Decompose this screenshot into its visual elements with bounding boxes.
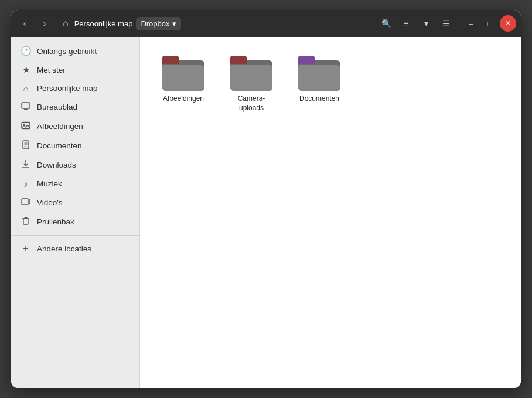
home-sidebar-icon: ⌂ (21, 83, 31, 93)
forward-icon: › (43, 19, 46, 28)
star-icon: ★ (21, 64, 31, 75)
folder-icon-documenten (298, 56, 340, 91)
minimize-icon: – (469, 19, 473, 28)
sidebar-item-images[interactable]: Afbeeldingen (11, 117, 139, 136)
videos-icon (21, 197, 31, 208)
downloads-icon (21, 159, 31, 171)
sidebar-label-desktop: Bureaublad (37, 103, 77, 111)
sidebar-item-recent[interactable]: 🕐 Onlangs gebruikt (11, 42, 139, 60)
folder-label-afbeeldingen: Afbeeldingen (163, 94, 204, 104)
home-icon: ⌂ (63, 18, 69, 29)
maximize-icon: □ (487, 19, 492, 28)
path-bar: ⌂ Persoonlijke map Dropbox ▾ (60, 16, 370, 31)
folder-label-camera: Camera-uploads (227, 94, 276, 113)
add-icon: + (21, 243, 31, 254)
folder-documenten[interactable]: Documenten (290, 51, 349, 117)
folder-tab (230, 56, 247, 64)
folder-front (298, 65, 340, 91)
folder-front (230, 65, 272, 91)
sidebar-label-downloads: Downloads (37, 161, 76, 169)
images-icon (21, 121, 31, 132)
sidebar-label-trash: Prullenbak (37, 217, 74, 226)
view-list-button[interactable]: ≡ (397, 14, 415, 33)
sidebar-label-home: Persoonlijke map (37, 84, 98, 93)
svg-rect-0 (22, 103, 30, 108)
sidebar-item-music[interactable]: ♪ Muziek (11, 175, 139, 193)
svg-rect-1 (24, 109, 28, 110)
search-button[interactable]: 🔍 (377, 14, 395, 33)
sidebar: 🕐 Onlangs gebruikt ★ Met ster ⌂ Persoonl… (11, 37, 140, 388)
sidebar-label-starred: Met ster (37, 66, 66, 74)
file-grid: Afbeeldingen Camera-uploads (154, 51, 507, 117)
sidebar-item-downloads[interactable]: Downloads (11, 155, 139, 175)
folder-camera-uploads[interactable]: Camera-uploads (222, 51, 281, 117)
sidebar-item-starred[interactable]: ★ Met ster (11, 60, 139, 79)
dropdown-arrow-icon: ▾ (172, 19, 176, 28)
folder-icon-afbeeldingen (162, 56, 204, 91)
search-icon: 🔍 (381, 19, 391, 28)
sidebar-label-music: Muziek (37, 179, 62, 188)
sidebar-label-videos: Video's (37, 198, 63, 207)
folder-label-documenten: Documenten (299, 94, 339, 104)
titlebar: ‹ › ⌂ Persoonlijke map Dropbox ▾ 🔍 ≡ ▾ (11, 10, 521, 37)
file-manager-window: ‹ › ⌂ Persoonlijke map Dropbox ▾ 🔍 ≡ ▾ (11, 10, 521, 388)
view-arrow-icon: ▾ (424, 19, 428, 28)
path-label: Persoonlijke map (74, 19, 133, 28)
home-button[interactable]: ⌂ (60, 16, 71, 31)
recent-icon: 🕐 (21, 46, 31, 56)
dropbox-dropdown[interactable]: Dropbox ▾ (136, 17, 180, 30)
svg-point-3 (23, 124, 25, 125)
trash-icon (21, 216, 31, 227)
sidebar-label-documents: Documenten (37, 141, 82, 150)
view-arrow-button[interactable]: ▾ (417, 14, 435, 33)
forward-button[interactable]: › (36, 15, 53, 32)
menu-icon: ☰ (442, 19, 450, 28)
sidebar-label-add-locations: Andere locaties (37, 244, 91, 253)
window-controls: – □ ✕ (462, 15, 516, 32)
content-area: 🕐 Onlangs gebruikt ★ Met ster ⌂ Persoonl… (11, 37, 521, 388)
folder-icon-camera (230, 56, 272, 91)
sidebar-divider (11, 235, 139, 236)
folder-front (162, 65, 204, 91)
sidebar-item-home[interactable]: ⌂ Persoonlijke map (11, 79, 139, 97)
folder-tab (298, 56, 315, 64)
minimize-button[interactable]: – (462, 15, 480, 32)
close-button[interactable]: ✕ (500, 15, 516, 32)
folder-tab (162, 56, 179, 64)
menu-button[interactable]: ☰ (436, 14, 455, 33)
sidebar-item-trash[interactable]: Prullenbak (11, 212, 139, 232)
file-area: Afbeeldingen Camera-uploads (140, 37, 521, 388)
folder-afbeeldingen[interactable]: Afbeeldingen (154, 51, 213, 117)
view-list-icon: ≡ (404, 19, 408, 28)
music-icon: ♪ (21, 179, 31, 189)
svg-rect-10 (22, 199, 28, 205)
sidebar-label-images: Afbeeldingen (37, 122, 83, 131)
desktop-icon (21, 101, 31, 113)
maximize-button[interactable]: □ (481, 15, 499, 32)
back-button[interactable]: ‹ (16, 15, 33, 32)
sidebar-label-recent: Onlangs gebruikt (37, 47, 97, 56)
sidebar-item-documents[interactable]: Documenten (11, 136, 139, 155)
close-icon: ✕ (505, 19, 511, 28)
documents-icon (21, 140, 31, 151)
sidebar-add-locations[interactable]: + Andere locaties (11, 239, 139, 258)
sidebar-item-videos[interactable]: Video's (11, 193, 139, 212)
sidebar-item-desktop[interactable]: Bureaublad (11, 97, 139, 117)
svg-rect-12 (23, 219, 28, 224)
titlebar-actions: 🔍 ≡ ▾ ☰ (377, 14, 455, 33)
dropbox-label: Dropbox (141, 19, 169, 28)
back-icon: ‹ (23, 19, 26, 28)
